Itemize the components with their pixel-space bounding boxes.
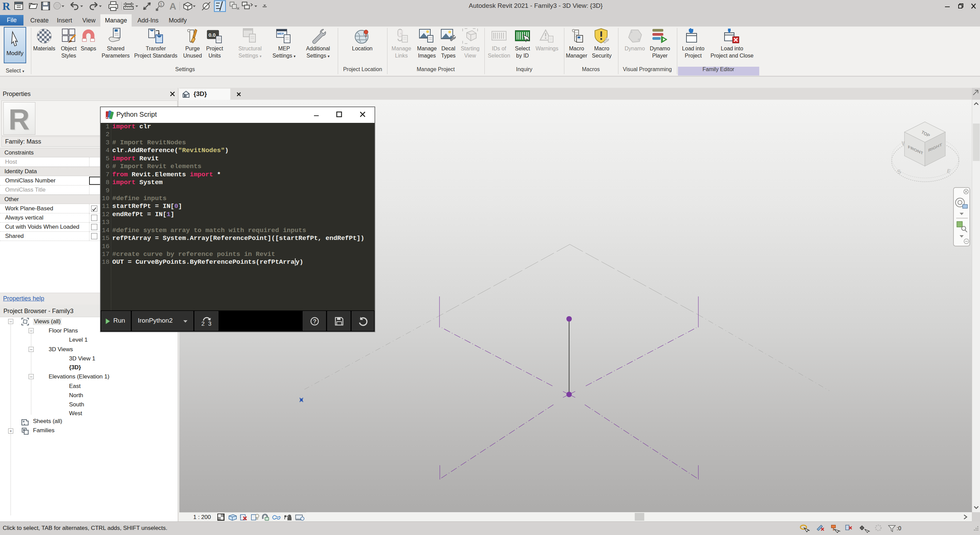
svg-text:1: 1 <box>160 2 162 7</box>
svg-text:R: R <box>2 0 11 12</box>
svg-text:E: E <box>946 168 951 174</box>
svg-text:A: A <box>169 1 176 11</box>
svg-text:2: 2 <box>201 321 204 327</box>
svg-text:?: ? <box>313 318 317 325</box>
svg-text:3: 3 <box>208 321 211 327</box>
svg-text::0: :0 <box>897 525 901 531</box>
svg-text:MEP: MEP <box>277 32 284 35</box>
svg-text:S: S <box>897 169 901 175</box>
svg-text:0.0: 0.0 <box>208 32 216 38</box>
